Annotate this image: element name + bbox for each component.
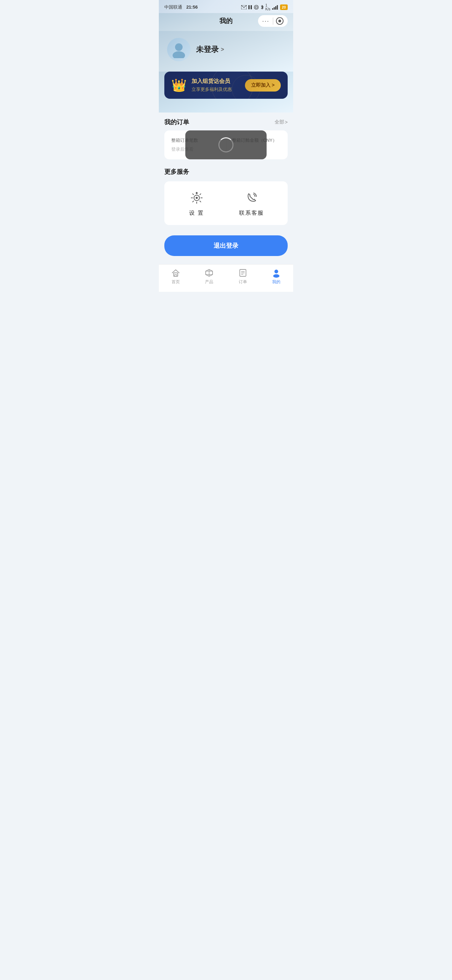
header-actions[interactable]: ··· [258,15,287,27]
svg-rect-1 [248,5,250,9]
avatar[interactable] [167,38,190,61]
customer-service-label: 联系客服 [239,210,264,217]
svg-rect-2 [251,5,252,9]
profile-arrow: > [221,46,224,52]
logout-section: 退出登录 [159,232,293,264]
battery-icon: 20 [280,5,287,10]
svg-point-3 [254,5,259,9]
nav-profile[interactable]: 我的 [260,268,294,285]
orders-header: 我的订单 全部 > [165,113,287,130]
page-title: 我的 [219,16,233,25]
svg-rect-8 [276,5,278,10]
svg-rect-23 [175,275,177,276]
nav-product[interactable]: 产品 [193,268,226,285]
pause-icon [248,5,252,10]
customer-service-icon [243,189,260,206]
settings-icon [188,189,205,206]
bluetooth-icon [260,5,264,10]
status-icons: 1K/s 20 [241,3,287,11]
join-membership-button[interactable]: 立即加入 > [245,79,281,92]
order-card-wrapper: 整箱订单笔数 登录后查看 整箱订舱金额（CNY） [165,130,287,159]
svg-line-18 [200,201,201,202]
profile-nav-icon [272,268,281,278]
signal-icon [272,5,279,10]
status-bar: 中国联通 21:56 1K/s 20 [159,0,293,13]
nav-order[interactable]: 订单 [226,268,260,285]
product-nav-label: 产品 [205,279,213,285]
page-header: 我的 ··· [159,13,293,31]
speed-label: 1K/s [265,3,270,11]
services-card: 设 置 联系客服 [165,181,287,225]
carrier-time: 中国联通 21:56 [165,4,198,10]
product-icon [204,268,214,278]
order-icon [238,268,248,278]
orders-title: 我的订单 [165,118,189,126]
nfc-icon [254,5,259,10]
svg-point-10 [172,51,185,58]
avatar-icon [170,41,187,58]
orders-section: 我的订单 全部 > 整箱订单笔数 登录后查看 整箱订舱金额（CNY） [159,113,293,159]
loading-overlay [185,130,267,159]
settings-service-item[interactable]: 设 置 [188,189,205,217]
svg-line-17 [193,194,193,195]
customer-service-item[interactable]: 联系客服 [239,189,264,217]
services-title: 更多服务 [165,165,287,181]
home-nav-label: 首页 [172,279,180,285]
bottom-nav: 首页 产品 订单 [159,264,293,292]
membership-line1: 加入组货达会员 [192,78,232,85]
settings-label: 设 置 [189,210,204,217]
svg-point-32 [273,274,280,278]
crown-icon: 👑 [171,78,187,92]
svg-point-12 [196,197,198,199]
loading-spinner [219,137,233,153]
membership-banner: 👑 加入组货达会员 立享更多福利及优惠 立即加入 > [165,72,287,99]
membership-line2: 立享更多福利及优惠 [192,86,232,92]
orders-more-button[interactable]: 全部 > [275,119,287,125]
svg-point-31 [275,270,278,273]
logout-button[interactable]: 退出登录 [165,235,287,256]
svg-rect-5 [272,8,273,10]
svg-point-9 [175,43,183,51]
profile-name[interactable]: 未登录 > [196,45,224,55]
profile-section: 未登录 > [159,31,293,72]
order-nav-label: 订单 [239,279,247,285]
svg-line-19 [200,194,201,195]
svg-line-20 [193,201,193,202]
services-section: 更多服务 [159,165,293,232]
mail-icon [241,5,247,9]
nav-home[interactable]: 首页 [159,268,193,285]
more-options-button[interactable]: ··· [262,18,273,25]
profile-nav-label: 我的 [272,279,280,285]
time-label: 21:56 [186,5,198,10]
carrier-label: 中国联通 [165,5,182,10]
svg-rect-7 [275,6,276,10]
svg-rect-6 [273,7,275,10]
scan-button[interactable] [276,17,284,25]
home-icon [171,268,180,278]
svg-point-4 [255,6,257,8]
